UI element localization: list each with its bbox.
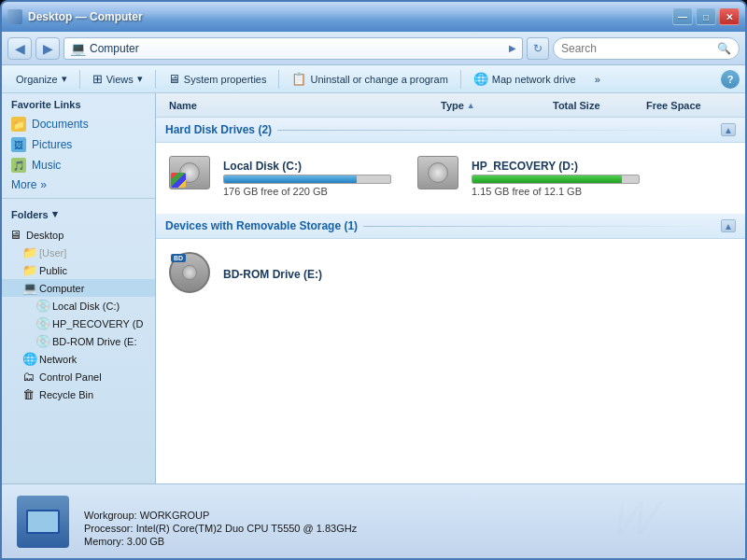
music-label: Music xyxy=(32,159,61,172)
desktop-icon: 🖥 xyxy=(9,228,24,242)
drive-name-e: BD-ROM Drive (E:) xyxy=(223,268,322,281)
tree-item-local-disk-c[interactable]: 💿 Local Disk (C:) xyxy=(2,297,155,315)
map-network-icon: 🌐 xyxy=(473,72,488,86)
refresh-button[interactable]: ↻ xyxy=(527,37,549,60)
uninstall-label: Uninstall or change a program xyxy=(310,74,447,85)
organize-label: Organize xyxy=(16,74,58,85)
total-size-col-label: Total Size xyxy=(553,100,600,111)
system-props-label: System properties xyxy=(184,74,267,85)
content-area: Name Type ▲ Total Size Free Space Hard D… xyxy=(156,93,745,483)
map-network-button[interactable]: 🌐 Map network drive xyxy=(465,68,585,91)
more-label: More xyxy=(11,178,36,191)
refresh-icon: ↻ xyxy=(533,42,543,55)
tree-item-control-panel[interactable]: 🗂 Control Panel xyxy=(2,368,155,385)
drive-bar-bg-d xyxy=(472,175,640,184)
hard-disks-collapse-button[interactable]: ▲ xyxy=(721,123,736,136)
title-bar: Desktop — Computer — □ ✕ xyxy=(2,2,745,32)
drive-icon-c xyxy=(169,156,214,201)
system-props-button[interactable]: 🖥 System properties xyxy=(160,68,275,91)
sidebar-item-music[interactable]: 🎵 Music xyxy=(2,155,155,175)
local-disk-c-label: Local Disk (C:) xyxy=(52,301,120,312)
drive-item-d[interactable]: HP_RECOVERY (D:) 1.15 GB free of 12.1 GB xyxy=(414,152,643,204)
drive-bar-fill-c xyxy=(224,175,357,183)
pc-icon xyxy=(17,496,69,548)
forward-button[interactable]: ▶ xyxy=(35,37,60,60)
section-line-1 xyxy=(277,130,715,131)
tree-item-network[interactable]: 🌐 Network xyxy=(2,350,155,368)
organize-arrow: ▾ xyxy=(62,73,67,85)
window-icon xyxy=(7,9,22,24)
drive-bar-fill-d xyxy=(472,175,622,183)
drive-info-e: BD-ROM Drive (E:) xyxy=(223,268,322,281)
address-text: Computer xyxy=(90,42,505,55)
windows-badge-c xyxy=(171,173,186,188)
drive-name-d: HP_RECOVERY (D:) xyxy=(472,160,640,173)
address-arrow: ▶ xyxy=(509,43,516,53)
folders-arrow: ▾ xyxy=(52,208,58,220)
search-input[interactable] xyxy=(561,42,713,55)
tree-item-user[interactable]: 📁 [User] xyxy=(2,244,155,261)
more-link[interactable]: More » xyxy=(2,175,155,194)
views-label: Views xyxy=(106,74,134,85)
tree-item-computer[interactable]: 💻 Computer xyxy=(2,279,155,297)
tree-item-hp-recovery[interactable]: 💿 HP_RECOVERY (D xyxy=(2,315,155,332)
more-label: » xyxy=(595,74,600,85)
toolbar-separator-4 xyxy=(460,70,461,89)
hp-recovery-icon: 💿 xyxy=(35,316,50,330)
maximize-button[interactable]: □ xyxy=(696,8,716,25)
section-line-2 xyxy=(363,226,715,227)
hard-disks-section-header: Hard Disk Drives (2) ▲ xyxy=(156,118,745,143)
drive-icon-d xyxy=(417,156,462,201)
tree-item-public[interactable]: 📁 Public xyxy=(2,261,155,279)
status-text: Workgroup: WORKGROUP Processor: Intel(R)… xyxy=(84,497,357,547)
bdrom-tree-icon: 💿 xyxy=(35,334,50,348)
drive-item-e[interactable]: BD BD-ROM Drive (E:) xyxy=(165,248,371,301)
documents-icon: 📁 xyxy=(11,117,26,132)
tree-item-desktop[interactable]: 🖥 Desktop xyxy=(2,226,155,244)
network-label: Network xyxy=(39,354,77,365)
col-header-type[interactable]: Type ▲ xyxy=(437,100,549,111)
status-bar: Workgroup: WORKGROUP Processor: Intel(R)… xyxy=(2,483,745,558)
tree-item-recycle-bin[interactable]: 🗑 Recycle Bin xyxy=(2,385,155,403)
organize-button[interactable]: Organize ▾ xyxy=(7,68,76,91)
back-button[interactable]: ◀ xyxy=(7,37,32,60)
forward-icon: ▶ xyxy=(43,41,53,56)
bdrom-icon-e: BD xyxy=(169,252,210,293)
public-label: Public xyxy=(39,265,67,276)
drive-item-c[interactable]: Local Disk (C:) 176 GB free of 220 GB xyxy=(165,152,395,204)
hard-disks-grid: Local Disk (C:) 176 GB free of 220 GB xyxy=(156,143,745,214)
uninstall-button[interactable]: 📋 Uninstall or change a program xyxy=(283,68,456,91)
views-button[interactable]: ⊞ Views ▾ xyxy=(84,68,151,91)
removable-collapse-button[interactable]: ▲ xyxy=(721,219,736,232)
back-icon: ◀ xyxy=(15,41,25,56)
computer-name xyxy=(84,497,357,508)
col-header-total-size[interactable]: Total Size xyxy=(549,100,642,111)
sidebar-item-documents[interactable]: 📁 Documents xyxy=(2,114,155,134)
hdd-platter-d xyxy=(428,162,448,183)
col-header-free-space[interactable]: Free Space xyxy=(642,100,736,111)
control-panel-label: Control Panel xyxy=(39,371,102,383)
more-button[interactable]: » xyxy=(586,68,609,91)
desktop-label: Desktop xyxy=(26,230,63,241)
help-button[interactable]: ? xyxy=(721,70,740,89)
system-props-icon: 🖥 xyxy=(168,72,180,86)
name-col-label: Name xyxy=(169,100,197,111)
uninstall-icon: 📋 xyxy=(291,72,306,86)
tree-item-bdrom[interactable]: 💿 BD-ROM Drive (E: xyxy=(2,332,155,350)
sidebar-divider xyxy=(2,198,155,199)
search-box[interactable]: 🔍 xyxy=(553,37,740,60)
minimize-button[interactable]: — xyxy=(672,8,693,25)
col-header-name[interactable]: Name xyxy=(165,100,437,111)
removable-section-header: Devices with Removable Storage (1) ▲ xyxy=(156,214,745,239)
drive-icon-e: BD xyxy=(169,252,214,297)
column-headers: Name Type ▲ Total Size Free Space xyxy=(156,93,745,118)
views-arrow: ▾ xyxy=(137,73,143,85)
main-window: Desktop — Computer — □ ✕ ◀ ▶ 💻 Computer … xyxy=(0,0,747,560)
address-bar[interactable]: 💻 Computer ▶ xyxy=(63,37,523,60)
control-panel-icon: 🗂 xyxy=(22,370,37,384)
close-button[interactable]: ✕ xyxy=(719,8,740,25)
memory-info: Memory: 3.00 GB xyxy=(84,536,357,547)
folders-header[interactable]: Folders ▾ xyxy=(2,203,155,224)
sidebar-item-pictures[interactable]: 🖼 Pictures xyxy=(2,134,155,155)
removable-grid: BD BD-ROM Drive (E:) xyxy=(156,239,745,310)
